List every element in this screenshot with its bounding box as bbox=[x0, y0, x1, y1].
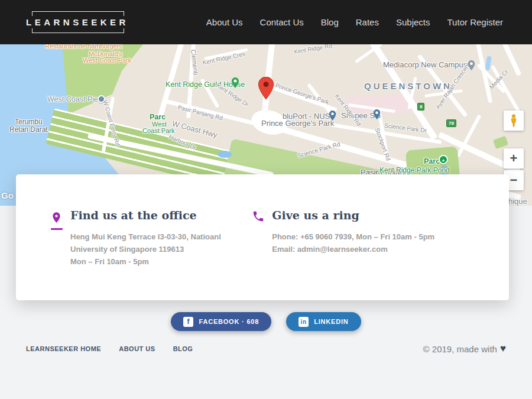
map-label-kent-ridge-rd-top: Kent Ridge Rd bbox=[294, 44, 333, 55]
blue-poi-pin-bluport[interactable] bbox=[329, 111, 336, 121]
phone-line: Phone: +65 9060 7939, Mon – Fri 10am - 5… bbox=[272, 231, 434, 243]
heart-icon: ♥ bbox=[500, 343, 506, 355]
map-label-retan-darat: Retan Darat bbox=[9, 125, 48, 134]
gray-poi-pin-mediacorp[interactable] bbox=[468, 60, 475, 70]
map-label-science-park-rd: Science Park Rd bbox=[297, 141, 341, 159]
footer-links: LEARNSEEKER HOME ABOUT US BLOG bbox=[26, 345, 193, 352]
park-tree-pin-icon[interactable] bbox=[439, 155, 448, 164]
nav-tutor-register[interactable]: Tutor Register bbox=[447, 17, 503, 27]
map-label-queenstown: QUEENSTOWN bbox=[364, 81, 452, 91]
map-label-mediacorp: Mediacorp New Campus bbox=[383, 60, 467, 69]
map-label-pg-park: Prince George's Park bbox=[261, 119, 334, 128]
pegman-control[interactable] bbox=[504, 111, 524, 131]
linkedin-label: LINKEDIN bbox=[314, 318, 348, 325]
pier-poi-circle[interactable] bbox=[98, 95, 105, 103]
place-icon bbox=[50, 210, 70, 274]
copyright-text: © 2019, made with bbox=[423, 344, 497, 354]
zoom-in-button[interactable]: + bbox=[504, 148, 524, 168]
red-map-marker[interactable] bbox=[258, 77, 274, 99]
email-line: Email: admin@learnseeker.com bbox=[272, 243, 434, 255]
copyright: © 2019, made with ♥ bbox=[423, 343, 506, 355]
google-watermark-fragment: Go bbox=[1, 190, 14, 200]
main-nav: About Us Contact Us Blog Rates Subjects … bbox=[206, 17, 532, 27]
map-label-kr-park-pond: Kent Ridge Park Pond bbox=[379, 166, 450, 174]
green-poi-pin[interactable] bbox=[231, 77, 239, 88]
nav-rates[interactable]: Rates bbox=[356, 17, 379, 27]
office-title: Find us at the office bbox=[70, 209, 221, 222]
map-label-fragment: hique bbox=[508, 197, 527, 206]
linkedin-icon: in bbox=[299, 317, 309, 327]
facebook-label: FACEBOOK · 608 bbox=[199, 318, 259, 325]
footer-link-home[interactable]: LEARNSEEKER HOME bbox=[26, 345, 101, 352]
phone-section: Give us a ring Phone: +65 9060 7939, Mon… bbox=[252, 209, 479, 274]
map-route-shield-8: 8 bbox=[417, 103, 424, 111]
footer-link-blog[interactable]: BLOG bbox=[173, 345, 193, 352]
map-label-west-coast-park-poi: West Coast Park bbox=[83, 57, 131, 64]
map-label-parc-west: Parc bbox=[150, 113, 166, 121]
footer: LEARNSEEKER HOME ABOUT US BLOG © 2019, m… bbox=[0, 343, 532, 355]
office-address-line1: Heng Mui Keng Terrace I3-03-30, Natioanl bbox=[70, 231, 221, 243]
place-icon-underline bbox=[51, 228, 63, 230]
map-label-west-coast-pier: West Coast Pier bbox=[47, 95, 100, 103]
facebook-button[interactable]: f FACEBOOK · 608 bbox=[171, 312, 271, 331]
office-hours: Mon – Fri 10am - 5pm bbox=[70, 255, 221, 268]
map-label-terumbu: Terumbu bbox=[15, 118, 43, 126]
phone-title: Give us a ring bbox=[272, 209, 434, 222]
map-label-restaurant: Restaurant de hamburgers bbox=[45, 44, 122, 50]
nav-about-us[interactable]: About Us bbox=[206, 17, 243, 27]
phone-icon bbox=[252, 210, 272, 274]
header: LEARNSEEKER About Us Contact Us Blog Rat… bbox=[0, 0, 532, 44]
office-section: Find us at the office Heng Mui Keng Terr… bbox=[50, 209, 252, 274]
footer-link-about[interactable]: ABOUT US bbox=[119, 345, 155, 352]
map-canal bbox=[485, 56, 492, 70]
nav-contact-us[interactable]: Contact Us bbox=[260, 17, 304, 27]
facebook-icon: f bbox=[183, 317, 193, 327]
map-label-pg-park-rd: Prince George's Park bbox=[275, 82, 330, 106]
logo[interactable]: LEARNSEEKER bbox=[24, 9, 131, 35]
linkedin-button[interactable]: in LINKEDIN bbox=[286, 312, 361, 331]
nav-blog[interactable]: Blog bbox=[321, 17, 339, 27]
blue-poi-pin-shopee[interactable] bbox=[373, 109, 381, 119]
contact-card: Find us at the office Heng Mui Keng Terr… bbox=[16, 174, 509, 300]
nav-subjects[interactable]: Subjects bbox=[396, 17, 430, 27]
map-green-patch bbox=[493, 136, 508, 150]
map-label-parc-kr: Parc bbox=[424, 157, 440, 166]
social-buttons: f FACEBOOK · 608 in LINKEDIN bbox=[0, 312, 532, 331]
map-route-shield-78: 78 bbox=[446, 119, 456, 127]
map-pond bbox=[218, 151, 232, 158]
office-address-line2: University of Singapore 119613 bbox=[70, 243, 221, 255]
pegman-icon bbox=[508, 113, 520, 128]
